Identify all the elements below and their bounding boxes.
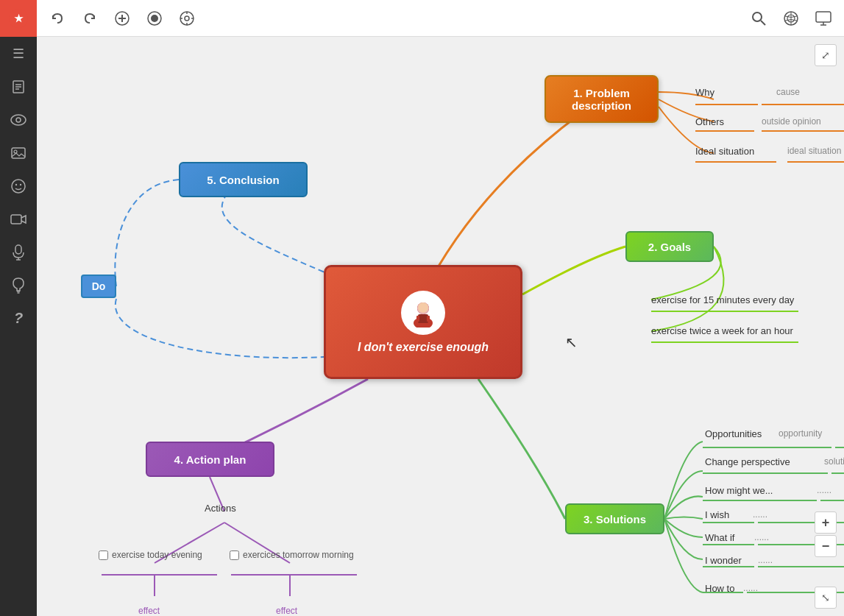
goals-node[interactable]: 2. Goals <box>625 231 714 262</box>
zoom-controls: + − <box>815 511 837 557</box>
central-node[interactable]: I don't exercise enough <box>324 265 522 379</box>
svg-point-75 <box>418 302 428 313</box>
redo-button[interactable] <box>77 5 103 32</box>
do-node-label: Do <box>92 280 106 292</box>
collapse-button[interactable]: ⤡ <box>815 587 837 609</box>
share-button[interactable] <box>778 5 804 32</box>
action-plan-node[interactable]: 4. Action plan <box>146 442 274 477</box>
goals-node-label: 2. Goals <box>648 241 691 253</box>
central-node-label: I don't exercise enough <box>358 341 489 354</box>
toolbar <box>37 0 844 37</box>
svg-point-25 <box>185 16 189 21</box>
video-icon[interactable] <box>0 202 37 236</box>
exercise-tomorrow-checkbox[interactable] <box>230 550 239 560</box>
svg-rect-8 <box>12 148 25 158</box>
exercise-today-text: exercise today evening <box>112 550 202 560</box>
expand-button[interactable]: ⤢ <box>815 44 837 66</box>
do-node[interactable]: Do <box>81 275 116 298</box>
i-wonder-sub-label: ...... <box>758 555 773 565</box>
bulb-icon[interactable] <box>0 269 37 302</box>
exercise-today-item[interactable]: exercise today evening <box>99 550 202 560</box>
image-icon[interactable] <box>0 136 37 169</box>
sidebar: ★ ☰ ? <box>0 0 37 616</box>
notes-icon[interactable] <box>0 70 37 103</box>
others-label[interactable]: Others <box>695 116 724 127</box>
svg-point-30 <box>753 13 762 21</box>
problem-node[interactable]: 1. Problemdescription <box>545 75 659 123</box>
svg-rect-14 <box>15 245 21 254</box>
why-label[interactable]: Why <box>695 87 714 98</box>
goals-item2-label[interactable]: exercise twice a week for an hour <box>651 325 793 336</box>
goals-item1-label[interactable]: exercise for 15 minutes every day <box>651 294 794 305</box>
exercise-tomorrow-text: exercices tomorrow morning <box>243 550 354 560</box>
i-wish-label[interactable]: I wish <box>705 509 729 520</box>
add-button[interactable] <box>109 5 135 32</box>
opportunities-sub-label: opportunity <box>779 428 822 439</box>
i-wish-sub-label: ...... <box>753 509 767 520</box>
change-label[interactable]: Change perspective <box>705 456 790 467</box>
svg-rect-73 <box>427 316 430 322</box>
svg-point-12 <box>20 183 21 185</box>
svg-line-31 <box>761 21 765 25</box>
others-sub-label: outside opinion <box>762 116 821 127</box>
svg-rect-35 <box>816 12 831 22</box>
help-icon[interactable]: ? <box>0 302 37 335</box>
svg-point-7 <box>16 118 21 122</box>
zoom-in-button[interactable]: + <box>815 511 837 534</box>
how-to-label[interactable]: How to <box>705 583 734 594</box>
view-icon[interactable] <box>0 103 37 136</box>
ideal-label[interactable]: Ideal situation <box>695 146 754 157</box>
solutions-node-label: 3. Solutions <box>584 513 646 525</box>
effect1-label: effect <box>138 606 160 616</box>
svg-text:★: ★ <box>14 13 24 24</box>
mic-icon[interactable] <box>0 236 37 269</box>
effect2-label: effect <box>276 606 297 616</box>
avatar-icon <box>401 291 445 335</box>
present-button[interactable] <box>810 5 837 32</box>
actions-label[interactable]: Actions <box>205 503 236 514</box>
how-to-sub-label: ...... <box>743 583 758 593</box>
emoji-icon[interactable] <box>0 169 37 202</box>
change-sub-label: solution <box>824 456 844 467</box>
settings-button[interactable] <box>174 5 200 32</box>
svg-point-6 <box>11 115 26 125</box>
svg-rect-71 <box>418 314 428 323</box>
conclusion-node[interactable]: 5. Conclusion <box>179 162 308 197</box>
exercise-tomorrow-item[interactable]: exercices tomorrow morning <box>230 550 354 560</box>
ideal-sub-label: ideal situation <box>787 146 841 156</box>
problem-node-label: 1. Problemdescription <box>572 87 631 112</box>
svg-point-23 <box>151 15 158 22</box>
how-might-sub-label: ...... <box>817 485 831 495</box>
what-if-label[interactable]: What if <box>705 532 734 543</box>
what-if-sub-label: ...... <box>754 532 769 542</box>
svg-rect-13 <box>11 215 21 224</box>
undo-button[interactable] <box>44 5 71 32</box>
action-plan-node-label: 4. Action plan <box>174 453 247 466</box>
i-wonder-label[interactable]: I wonder <box>705 555 742 566</box>
app-logo[interactable]: ★ <box>0 0 37 37</box>
opportunities-label[interactable]: Opportunities <box>705 428 762 439</box>
exercise-today-checkbox[interactable] <box>99 550 108 560</box>
conclusion-node-label: 5. Conclusion <box>207 174 279 186</box>
zoom-out-button[interactable]: − <box>815 535 837 557</box>
svg-point-10 <box>12 180 25 193</box>
record-button[interactable] <box>141 5 168 32</box>
why-sub-label: cause <box>776 87 800 97</box>
mind-map-canvas: I don't exercise enough 1. Problemdescri… <box>37 37 844 616</box>
hamburger-menu-icon[interactable]: ☰ <box>0 37 37 70</box>
how-might-label[interactable]: How might we... <box>705 485 773 496</box>
svg-point-11 <box>15 183 17 185</box>
svg-rect-72 <box>416 316 419 322</box>
solutions-node[interactable]: 3. Solutions <box>565 503 664 534</box>
svg-point-9 <box>14 150 17 153</box>
search-button[interactable] <box>745 5 772 32</box>
